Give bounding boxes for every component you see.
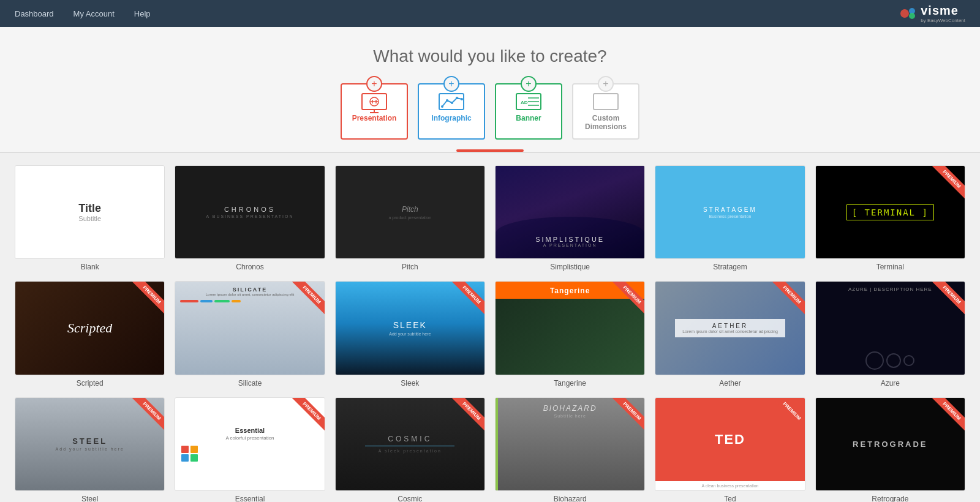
svg-point-2: [909, 13, 915, 19]
premium-ribbon-silicate: [282, 282, 325, 324]
template-thumb-sleek: SLEEK Add your subtitle here: [335, 281, 485, 375]
nav-help[interactable]: Help: [134, 9, 151, 18]
template-thumb-azure: AZURE | DESCRIPTION HERE: [815, 281, 965, 375]
template-name-cosmic: Cosmic: [335, 495, 485, 502]
plus-icon-blank: +: [598, 76, 614, 92]
create-presentation-card[interactable]: + Presentation: [341, 83, 408, 140]
svg-point-0: [900, 9, 909, 18]
template-blank[interactable]: Title Subtitle Blank: [15, 165, 165, 271]
template-thumb-chronos: CHRONOS A BUSINESS PRESENTATION: [175, 165, 325, 259]
stratagem-sub: Business presentation: [709, 214, 752, 219]
svg-point-13: [451, 102, 453, 104]
template-thumb-essential: Essential A colorful presentation: [175, 397, 325, 491]
cosmic-line: [365, 446, 454, 446]
premium-ribbon-retrograde: [922, 398, 965, 441]
template-stratagem[interactable]: STRATAGEM Business presentation Stratage…: [655, 165, 805, 271]
premium-ribbon-azure: [922, 282, 965, 324]
template-name-simplistique: Simplistique: [495, 263, 645, 271]
create-blank-card[interactable]: + Custom Dimensions: [572, 83, 639, 140]
tangerine-title: Tangerine: [550, 287, 590, 295]
presentation-label: Presentation: [349, 114, 399, 122]
template-essential[interactable]: Essential A colorful presentation Essent…: [175, 397, 325, 502]
create-banner-card[interactable]: + AD Banner: [495, 83, 562, 140]
premium-ribbon-aether: [762, 282, 805, 324]
template-scripted[interactable]: Scripted Scripted: [15, 281, 165, 387]
terminal-text: [ TERMINAL ]: [846, 204, 934, 220]
template-thumb-scripted: Scripted: [15, 281, 165, 375]
template-name-tangerine: Tangerine: [495, 379, 645, 388]
template-name-ted: Ted: [655, 495, 805, 502]
scripted-text: Scripted: [67, 320, 112, 336]
ted-footer: A clean business presentation: [655, 481, 804, 490]
template-tangerine[interactable]: Tangerine Tangerine: [495, 281, 645, 387]
svg-point-15: [461, 98, 463, 100]
blank-icon: [592, 92, 620, 114]
logo-text: visme: [921, 4, 965, 18]
template-biohazard[interactable]: BIOHAZARD Subtitle here Biohazard: [495, 397, 645, 502]
template-retrograde[interactable]: RETROGRADE Retrograde: [815, 397, 965, 502]
banner-label: Banner: [503, 114, 554, 122]
template-thumb-tangerine: Tangerine: [495, 281, 645, 375]
template-name-aether: Aether: [655, 379, 805, 388]
premium-ribbon-essential: [282, 398, 325, 441]
create-options: + Presentation +: [0, 83, 980, 140]
premium-ribbon-cosmic: [442, 398, 484, 441]
template-aether[interactable]: AETHER Lorem ipsum dolor sit amet consec…: [655, 281, 805, 387]
plus-icon-banner: +: [521, 76, 537, 92]
template-ted[interactable]: TED A clean business presentation Ted: [655, 397, 805, 502]
active-tab-underline: [456, 149, 524, 152]
logo: visme by EasyWebContent: [900, 4, 965, 23]
svg-point-14: [456, 97, 458, 99]
plus-icon-info: +: [443, 76, 459, 92]
premium-ribbon-biohazard: [601, 398, 644, 441]
hero-title: What would you like to create?: [0, 47, 980, 66]
template-azure[interactable]: AZURE | DESCRIPTION HERE Azure: [815, 281, 965, 387]
azure-circles: [821, 351, 960, 370]
template-silicate[interactable]: SILICATE Lorem ipsum dolor sit amet, con…: [175, 281, 325, 387]
template-pitch[interactable]: Pitch a product presentation Pitch: [335, 165, 485, 271]
simplistique-sub: A PRESENTATION: [535, 243, 605, 247]
create-infographic-card[interactable]: + Infographic: [418, 83, 485, 140]
svg-point-11: [441, 105, 443, 108]
template-thumb-simplistique: SIMPLISTIQUE A PRESENTATION: [495, 165, 645, 259]
chronos-sub: A BUSINESS PRESENTATION: [206, 214, 293, 219]
templates-section: Title Subtitle Blank CHRONOS A BUSINESS …: [0, 153, 980, 502]
template-name-azure: Azure: [815, 379, 965, 388]
template-name-scripted: Scripted: [15, 379, 165, 388]
template-cosmic[interactable]: COSMIC A sleek presentation Cosmic: [335, 397, 485, 502]
hero-section: What would you like to create? + Present…: [0, 27, 980, 152]
infographic-label: Infographic: [426, 114, 477, 122]
pitch-sub: a product presentation: [388, 215, 431, 220]
template-thumb-cosmic: COSMIC A sleek presentation: [335, 397, 485, 491]
ted-title: TED: [715, 432, 745, 448]
biohazard-bar: [496, 398, 498, 490]
template-sleek[interactable]: SLEEK Add your subtitle here Sleek: [335, 281, 485, 387]
template-name-essential: Essential: [175, 495, 325, 502]
chronos-title: CHRONOS: [224, 206, 276, 213]
premium-ribbon-scripted: [121, 282, 164, 324]
template-name-pitch: Pitch: [335, 263, 485, 271]
blank-title-text: Title: [78, 202, 101, 215]
premium-ribbon-sleek: [442, 282, 484, 324]
steel-sub: Add your subtitle here: [56, 447, 124, 451]
template-thumb-biohazard: BIOHAZARD Subtitle here: [495, 397, 645, 491]
nav-links: Dashboard My Account Help: [15, 9, 151, 18]
template-thumb-retrograde: RETROGRADE: [815, 397, 965, 491]
template-name-sleek: Sleek: [335, 379, 485, 388]
logo-sub: by EasyWebContent: [921, 18, 965, 23]
template-name-retrograde: Retrograde: [815, 495, 965, 502]
nav-dashboard[interactable]: Dashboard: [15, 9, 54, 18]
premium-ribbon-terminal: [922, 166, 965, 209]
aether-sub: Lorem ipsum dolor sit amet consectetur a…: [682, 329, 778, 334]
nav-account[interactable]: My Account: [74, 9, 115, 18]
template-steel[interactable]: STEEL Add your subtitle here Steel: [15, 397, 165, 502]
template-terminal[interactable]: [ TERMINAL ] Terminal: [815, 165, 965, 271]
template-chronos[interactable]: CHRONOS A BUSINESS PRESENTATION Chronos: [175, 165, 325, 271]
svg-rect-21: [594, 94, 618, 110]
simplistique-title: SIMPLISTIQUE: [535, 236, 605, 243]
template-simplistique[interactable]: SIMPLISTIQUE A PRESENTATION Simplistique: [495, 165, 645, 271]
template-thumb-blank: Title Subtitle: [15, 165, 165, 259]
template-thumb-aether: AETHER Lorem ipsum dolor sit amet consec…: [655, 281, 805, 375]
premium-ribbon-steel: [121, 398, 164, 441]
templates-grid: Title Subtitle Blank CHRONOS A BUSINESS …: [15, 165, 965, 502]
